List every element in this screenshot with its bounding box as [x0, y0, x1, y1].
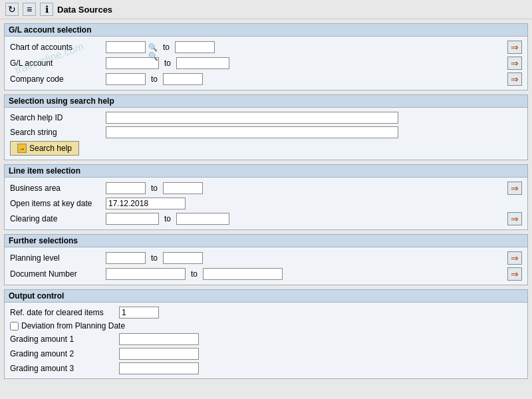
clearing-date-to-input[interactable] — [176, 213, 229, 225]
document-number-label: Document Number — [10, 269, 103, 279]
planning-level-input[interactable] — [106, 252, 146, 264]
search-string-label: Search string — [10, 128, 103, 137]
clearing-date-arrow-button[interactable]: ⇒ — [507, 212, 522, 225]
main-container: G/L account selection Chart of accounts … — [0, 19, 532, 383]
document-number-arrow-button[interactable]: ⇒ — [507, 267, 522, 281]
chart-to-label: to — [160, 43, 172, 52]
company-to-label: to — [148, 74, 160, 84]
search-help-button[interactable]: → Search help — [10, 141, 79, 156]
search-help-id-row: Search help ID — [10, 110, 522, 125]
search-help-content: Search help ID Search string → Search he… — [5, 108, 527, 160]
company-code-row: Company code to ⇒ — [10, 71, 522, 87]
planning-to-label: to — [148, 253, 160, 263]
line-item-header: Line item selection — [5, 165, 527, 178]
gl-arrow-button[interactable]: ⇒ — [507, 57, 522, 70]
open-items-input[interactable] — [106, 198, 186, 209]
grading-amount-2-row: Grading amount 2 — [10, 346, 522, 361]
gl-account-to-input[interactable] — [176, 57, 229, 69]
company-code-label: Company code — [10, 74, 103, 84]
gl-account-section: G/L account selection Chart of accounts … — [4, 23, 528, 90]
page-title: Data Sources — [57, 5, 112, 15]
deviation-row: Deviation from Planning Date — [10, 320, 522, 332]
output-control-header: Output control — [5, 290, 527, 303]
grading-amount-1-row: Grading amount 1 — [10, 332, 522, 346]
info-icon[interactable]: ℹ — [40, 3, 53, 16]
search-string-row: Search string — [10, 125, 522, 140]
clearing-to-label: to — [162, 214, 174, 223]
deviation-checkbox[interactable] — [10, 322, 19, 331]
planning-level-to-input[interactable] — [163, 252, 203, 264]
grading-amount-2-input[interactable] — [119, 348, 199, 360]
company-code-input[interactable] — [106, 73, 146, 85]
search-magnify-icon[interactable]: 🔍 — [148, 43, 158, 52]
grading-amount-2-label: Grading amount 2 — [10, 349, 116, 358]
gl-account-row: G/L account to ⇒ — [10, 55, 522, 71]
further-selections-content: Planning level to ⇒ Document Number to ⇒ — [5, 247, 527, 285]
open-items-label: Open items at key date — [10, 199, 103, 208]
search-help-section: Selection using search help Search help … — [4, 94, 528, 160]
business-area-input[interactable] — [106, 182, 146, 194]
open-items-row: Open items at key date — [10, 196, 522, 211]
line-item-content: Business area to ⇒ Open items at key dat… — [5, 178, 527, 229]
business-area-arrow-button[interactable]: ⇒ — [507, 182, 522, 195]
output-control-section: Output control Ref. date for cleared ite… — [4, 289, 528, 379]
company-code-to-input[interactable] — [163, 73, 203, 85]
deviation-label: Deviation from Planning Date — [21, 321, 128, 331]
further-selections-header: Further selections — [5, 235, 527, 247]
refresh-icon[interactable]: ↻ — [5, 3, 19, 16]
company-arrow-button[interactable]: ⇒ — [507, 72, 522, 86]
search-help-btn-label: Search help — [29, 144, 72, 153]
grading-amount-3-row: Grading amount 3 — [10, 361, 522, 376]
business-to-label: to — [148, 184, 160, 193]
clearing-date-row: Clearing date to ⇒ — [10, 211, 522, 227]
titlebar: ↻ ≡ ℹ Data Sources — [0, 0, 532, 19]
search-help-id-label: Search help ID — [10, 113, 103, 122]
further-selections-section: Further selections Planning level to ⇒ D… — [4, 234, 528, 285]
planning-level-label: Planning level — [10, 253, 103, 263]
gl-account-label: G/L account — [10, 59, 103, 68]
business-area-label: Business area — [10, 184, 103, 193]
document-to-label: to — [188, 269, 200, 279]
document-number-row: Document Number to ⇒ — [10, 266, 522, 282]
gl-account-content: Chart of accounts 🔍 to ⇒ G/L account to … — [5, 37, 527, 90]
business-area-to-input[interactable] — [163, 182, 203, 194]
business-area-row: Business area to ⇒ — [10, 180, 522, 196]
grading-amount-1-label: Grading amount 1 — [10, 334, 116, 344]
ref-date-label: Ref. date for cleared items — [10, 308, 116, 317]
gl-account-header: G/L account selection — [5, 24, 527, 37]
gl-to-label: to — [162, 59, 174, 68]
document-number-input[interactable] — [106, 268, 186, 280]
chart-of-accounts-label: Chart of accounts — [10, 43, 103, 52]
search-help-btn-row: → Search help — [10, 140, 522, 157]
line-item-section: Line item selection Business area to ⇒ O… — [4, 164, 528, 230]
planning-level-row: Planning level to ⇒ — [10, 250, 522, 266]
search-help-header: Selection using search help — [5, 95, 527, 108]
clearing-date-label: Clearing date — [10, 214, 103, 223]
grading-amount-1-input[interactable] — [119, 333, 199, 345]
grading-amount-3-input[interactable] — [119, 362, 199, 374]
ref-date-row: Ref. date for cleared items — [10, 305, 522, 320]
document-number-to-input[interactable] — [203, 268, 283, 280]
chart-of-accounts-row: Chart of accounts 🔍 to ⇒ — [10, 39, 522, 55]
clearing-date-input[interactable] — [106, 213, 159, 225]
grading-amount-3-label: Grading amount 3 — [10, 364, 116, 373]
search-string-input[interactable] — [106, 126, 398, 138]
output-control-content: Ref. date for cleared items Deviation fr… — [5, 303, 527, 378]
ref-date-input[interactable] — [119, 307, 159, 319]
chart-arrow-button[interactable]: ⇒ — [507, 41, 522, 54]
list-icon[interactable]: ≡ — [23, 3, 36, 16]
search-help-id-input[interactable] — [106, 112, 398, 124]
chart-of-accounts-input[interactable] — [106, 41, 146, 53]
planning-level-arrow-button[interactable]: ⇒ — [507, 251, 522, 265]
search-btn-icon: → — [17, 144, 27, 153]
chart-of-accounts-to-input[interactable] — [175, 41, 215, 53]
